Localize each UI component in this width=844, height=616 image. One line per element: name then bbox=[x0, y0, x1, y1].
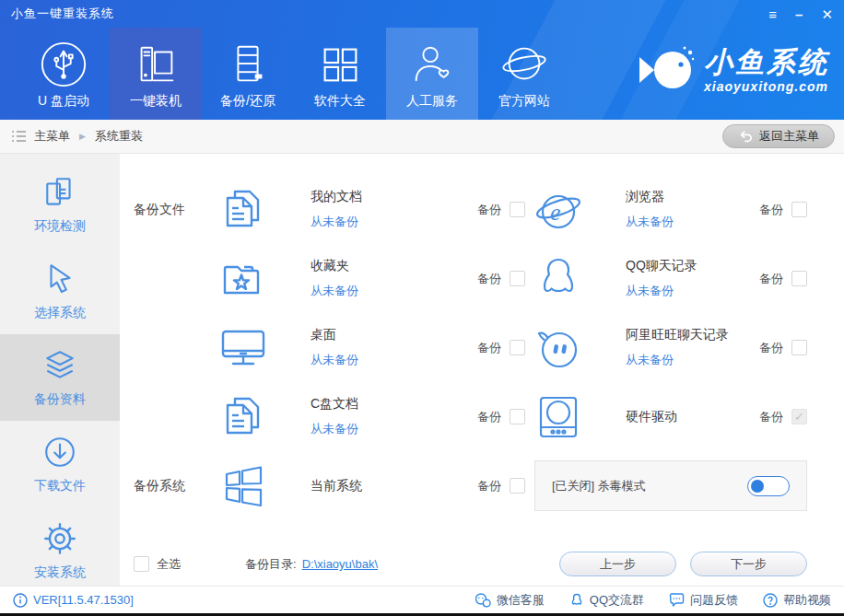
backup-checkbox[interactable] bbox=[510, 340, 525, 355]
documents-icon bbox=[219, 186, 267, 234]
menu-icon[interactable]: ≡ bbox=[768, 7, 777, 21]
sidebar-item-label: 安装系统 bbox=[34, 564, 86, 581]
footer-link-label: 帮助视频 bbox=[783, 592, 831, 609]
sidebar-item-label: 备份资料 bbox=[34, 391, 86, 408]
wechat-icon bbox=[475, 593, 491, 608]
help-icon bbox=[763, 593, 778, 608]
sidebar-item-label: 选择系统 bbox=[34, 305, 86, 321]
footer-link-help-video[interactable]: 帮助视频 bbox=[763, 592, 831, 609]
sidebar-item-backup-data[interactable]: 备份资料 bbox=[0, 334, 120, 421]
bottom-bar: 全选 备份目录: D:\xiaoyu\bak\ 上一步 下一步 bbox=[134, 552, 807, 576]
backup-checkbox[interactable] bbox=[510, 409, 525, 424]
footer-link-label: 微信客服 bbox=[497, 592, 545, 609]
backup-item-status: 从未备份 bbox=[626, 283, 697, 299]
backup-item-c-drive-docs: C盘文档 从未备份 备份 bbox=[219, 382, 525, 451]
antivirus-toggle[interactable] bbox=[747, 476, 790, 496]
sidebar-item-select-system[interactable]: 选择系统 bbox=[0, 248, 120, 334]
sidebar-item-download-files[interactable]: 下载文件 bbox=[0, 421, 120, 507]
backup-item-name: 桌面 bbox=[311, 327, 358, 343]
download-icon bbox=[42, 435, 77, 470]
nav-label: 备份/还原 bbox=[220, 93, 275, 110]
backup-checkbox[interactable] bbox=[510, 478, 525, 494]
nav-item-software[interactable]: 软件大全 bbox=[294, 28, 386, 120]
footer-link-qq-group[interactable]: QQ交流群 bbox=[569, 592, 644, 609]
sidebar-item-install-system[interactable]: 安装系统 bbox=[0, 507, 120, 594]
backup-checkbox[interactable] bbox=[791, 340, 807, 355]
backup-item-current-system: 当前系统 备份 bbox=[219, 454, 525, 518]
folder-star-icon bbox=[219, 255, 267, 303]
usb-icon bbox=[39, 38, 88, 91]
nav-item-usb-boot[interactable]: U 盘启动 bbox=[18, 28, 110, 120]
sidebar-item-label: 环境检测 bbox=[34, 218, 86, 235]
select-all-checkbox[interactable] bbox=[134, 556, 149, 572]
sidebar: 环境检测 选择系统 备份资料 bbox=[0, 154, 120, 586]
backup-item-status: 从未备份 bbox=[626, 352, 729, 368]
backup-dir-label: 备份目录: bbox=[245, 556, 297, 573]
sidebar-item-env-check[interactable]: 环境检测 bbox=[0, 161, 120, 248]
backup-item-name: 阿里旺旺聊天记录 bbox=[626, 327, 729, 343]
antivirus-mode-label: [已关闭] 杀毒模式 bbox=[552, 478, 646, 494]
brand-logo: 小鱼系统 xiaoyuxitong.com bbox=[638, 44, 829, 96]
backup-item-name: 我的文档 bbox=[311, 189, 362, 205]
backup-item-name: C盘文档 bbox=[311, 396, 358, 413]
footer-link-label: QQ交流群 bbox=[590, 592, 644, 609]
backup-item-status: 从未备份 bbox=[626, 214, 674, 230]
backup-checkbox[interactable] bbox=[791, 271, 807, 286]
hard-drive-icon bbox=[534, 393, 582, 441]
breadcrumb: 主菜单 ▶ 系统重装 返回主菜单 bbox=[0, 120, 844, 154]
svg-text:e: e bbox=[550, 199, 561, 226]
close-icon[interactable]: ✕ bbox=[821, 7, 833, 21]
nav-label: 软件大全 bbox=[314, 93, 366, 110]
qq-icon bbox=[569, 593, 584, 608]
nav-item-support[interactable]: 人工服务 bbox=[386, 28, 478, 120]
feedback-icon bbox=[669, 593, 685, 608]
backup-item-status: 从未备份 bbox=[311, 283, 358, 299]
fish-icon bbox=[638, 44, 695, 96]
prev-step-button[interactable]: 上一步 bbox=[559, 552, 676, 576]
backup-item-name: 当前系统 bbox=[311, 478, 362, 494]
backup-item-status: 从未备份 bbox=[311, 352, 358, 368]
backup-checkbox[interactable] bbox=[791, 202, 807, 217]
computer-icon bbox=[131, 38, 181, 91]
backup-checkbox-label: 备份 bbox=[477, 409, 501, 425]
backup-dir-link[interactable]: D:\xiaoyu\bak\ bbox=[302, 557, 378, 571]
nav-item-backup-restore[interactable]: 备份/还原 bbox=[202, 28, 294, 120]
layers-icon bbox=[42, 348, 77, 383]
back-to-main-menu-button[interactable]: 返回主菜单 bbox=[722, 124, 835, 148]
wangwang-icon bbox=[534, 324, 582, 372]
breadcrumb-arrow-icon: ▶ bbox=[79, 132, 86, 141]
nav-label: 官方网站 bbox=[498, 93, 550, 110]
windows-icon bbox=[219, 462, 267, 510]
footer-link-label: 问题反馈 bbox=[690, 592, 738, 609]
footer-link-wechat[interactable]: 微信客服 bbox=[475, 592, 545, 609]
nav-item-one-click-install[interactable]: 一键装机 bbox=[110, 28, 202, 120]
footer-link-feedback[interactable]: 问题反馈 bbox=[669, 592, 738, 609]
support-person-icon bbox=[407, 38, 457, 91]
backup-checkbox-label: 备份 bbox=[477, 478, 501, 494]
back-button-label: 返回主菜单 bbox=[759, 128, 819, 145]
nav-item-website[interactable]: 官方网站 bbox=[478, 28, 570, 120]
backup-checkbox[interactable] bbox=[510, 202, 525, 217]
minimize-icon[interactable]: – bbox=[795, 7, 803, 21]
qq-icon bbox=[534, 255, 582, 303]
info-icon bbox=[13, 593, 28, 608]
backup-item-name: 浏览器 bbox=[626, 189, 674, 205]
documents-icon bbox=[219, 393, 267, 441]
monitor-icon bbox=[219, 324, 267, 372]
backup-checkbox-label: 备份 bbox=[759, 202, 783, 218]
backup-item-hardware-drivers: 硬件驱动 备份 bbox=[525, 382, 807, 451]
backup-checkbox[interactable] bbox=[510, 271, 525, 286]
backup-checkbox-label: 备份 bbox=[477, 202, 501, 218]
backup-item-name: QQ聊天记录 bbox=[626, 258, 697, 274]
backup-checkbox-label: 备份 bbox=[759, 409, 783, 425]
backup-item-status: 从未备份 bbox=[311, 214, 362, 230]
footer: VER[11.5.47.1530] 微信客服 QQ交流群 bbox=[0, 586, 844, 613]
logo-subtitle: xiaoyuxitong.com bbox=[704, 80, 829, 93]
breadcrumb-root[interactable]: 主菜单 bbox=[34, 128, 70, 145]
nav-label: 人工服务 bbox=[406, 93, 458, 110]
backup-item-my-documents: 我的文档 从未备份 备份 bbox=[219, 175, 525, 244]
next-step-button[interactable]: 下一步 bbox=[690, 552, 807, 576]
backup-item-name: 硬件驱动 bbox=[626, 409, 677, 425]
backup-item-desktop: 桌面 从未备份 备份 bbox=[219, 313, 525, 382]
backup-checkbox-label: 备份 bbox=[759, 271, 783, 287]
